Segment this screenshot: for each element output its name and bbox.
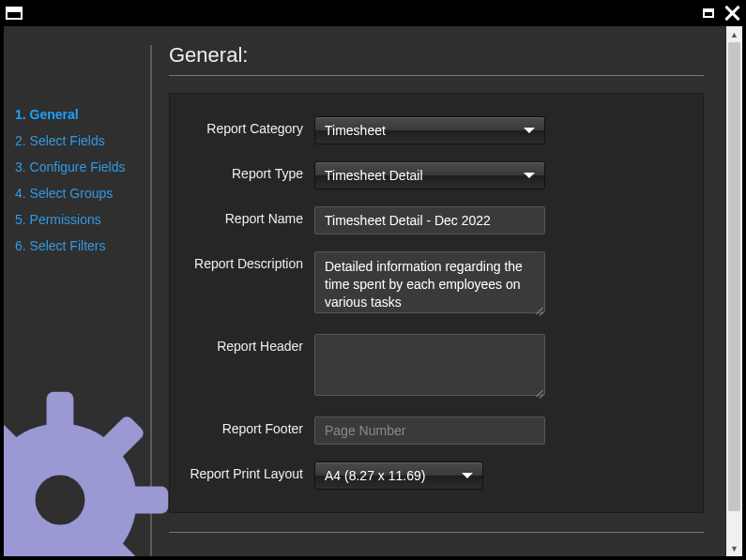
scroll-up-icon[interactable]: ▲ (726, 26, 742, 42)
title-rule (169, 75, 704, 76)
svg-point-15 (26, 466, 94, 534)
page-title: General: (169, 43, 704, 75)
step-general[interactable]: 1. General (15, 101, 150, 128)
svg-point-14 (26, 466, 94, 534)
label-report-header: Report Header (181, 334, 314, 354)
label-report-type: Report Type (181, 161, 314, 181)
textarea-report-header[interactable] (314, 334, 545, 396)
select-report-type[interactable]: Timesheet Detail (314, 161, 545, 189)
step-select-fields[interactable]: 2. Select Fields (15, 128, 150, 154)
svg-point-9 (26, 466, 94, 534)
svg-point-13 (26, 466, 94, 534)
select-report-category[interactable]: Timesheet (314, 116, 545, 144)
form-panel: Report Category Timesheet Report Type (169, 93, 704, 513)
vertical-scrollbar[interactable]: ▲ ▼ (726, 26, 742, 556)
svg-rect-8 (99, 538, 146, 556)
label-print-layout: Report Print Layout (181, 462, 314, 481)
maximize-button[interactable] (703, 8, 714, 18)
close-button[interactable] (723, 5, 740, 22)
step-permissions[interactable]: 5. Permissions (15, 206, 150, 233)
gear-icon (4, 387, 173, 556)
scroll-thumb[interactable] (728, 42, 740, 511)
bottom-rule (169, 532, 704, 533)
step-select-filters[interactable]: 6. Select Filters (15, 233, 150, 259)
label-report-name: Report Name (181, 206, 314, 226)
wizard-steps-sidebar: 1. General 2. Select Fields 3. Configure… (4, 26, 150, 556)
chevron-down-icon (524, 173, 535, 178)
chevron-down-icon (524, 128, 535, 133)
svg-point-0 (4, 423, 137, 556)
svg-point-12 (28, 468, 91, 531)
select-report-category-value: Timesheet (325, 123, 386, 138)
step-select-groups[interactable]: 4. Select Groups (15, 180, 150, 206)
svg-point-11 (39, 479, 80, 520)
select-print-layout-value: A4 (8.27 x 11.69) (325, 468, 425, 483)
select-print-layout[interactable]: A4 (8.27 x 11.69) (314, 462, 483, 490)
dialog-window: 1. General 2. Select Fields 3. Configure… (0, 0, 746, 560)
select-report-type-value: Timesheet Detail (325, 168, 423, 183)
label-report-category: Report Category (181, 116, 314, 136)
label-report-description: Report Description (181, 251, 314, 271)
input-report-footer[interactable] (314, 416, 545, 445)
chevron-down-icon (462, 473, 473, 478)
svg-rect-6 (4, 538, 22, 556)
titlebar (0, 0, 746, 26)
svg-rect-7 (4, 414, 22, 462)
step-configure-fields[interactable]: 3. Configure Fields (15, 154, 150, 180)
label-report-footer: Report Footer (181, 416, 314, 436)
main-panel: General: Report Category Timesheet (152, 26, 726, 556)
app-icon (6, 7, 23, 20)
textarea-report-description[interactable] (314, 251, 545, 313)
svg-point-10 (26, 466, 94, 534)
svg-rect-5 (99, 414, 146, 462)
scroll-down-icon[interactable]: ▼ (726, 540, 742, 556)
svg-rect-1 (47, 392, 74, 432)
input-report-name[interactable] (314, 206, 545, 235)
